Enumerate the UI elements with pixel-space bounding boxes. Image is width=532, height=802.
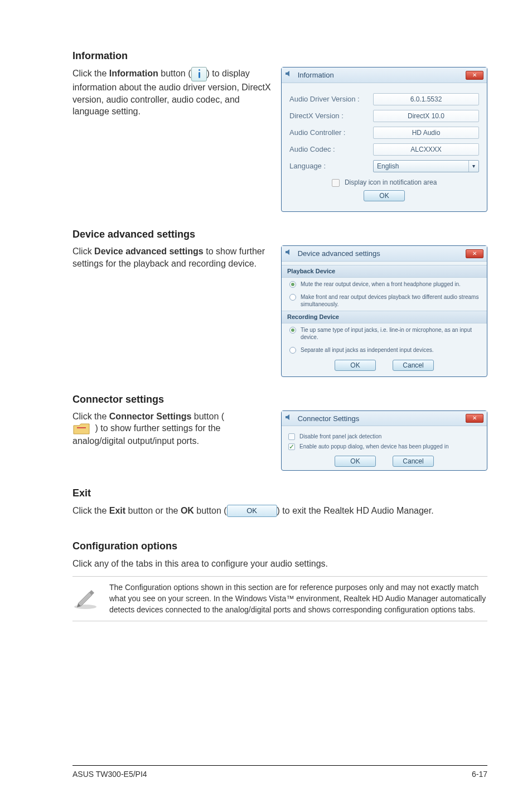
playback-option-1[interactable]: Mute the rear output device, when a fron…: [282, 278, 487, 291]
page-footer: ASUS TW300-E5/PI4 6-17: [72, 765, 487, 780]
ok-button-inline[interactable]: OK: [227, 505, 277, 517]
information-dialog: Information ✕ Audio Driver Version : 6.0…: [281, 67, 487, 212]
label-driver-version: Audio Driver Version :: [289, 94, 373, 104]
heading-connector-settings: Connector settings: [72, 393, 487, 406]
adv-paragraph: Click Device advanced settings to show f…: [72, 245, 271, 269]
txt: ) to exit the Realtek HD Audio Manager.: [277, 506, 434, 515]
svg-marker-2: [286, 71, 289, 76]
ok-button[interactable]: OK: [364, 190, 405, 201]
recording-option-2[interactable]: Separate all input jacks as independent …: [282, 344, 487, 356]
pencil-icon: [72, 582, 98, 613]
dialog-titlebar: Connector Settings ✕: [282, 411, 487, 427]
heading-configuration-options: Configuration options: [72, 539, 487, 553]
language-select[interactable]: English ▾: [373, 160, 479, 172]
cfg-paragraph: Click any of the tabs in this area to co…: [72, 558, 487, 570]
value-driver-version: 6.0.1.5532: [373, 93, 479, 105]
svg-rect-0: [199, 69, 200, 71]
txt: button (: [194, 506, 227, 515]
option-label: Enable auto popup dialog, when device ha…: [299, 443, 448, 451]
device-advanced-dialog: Device advanced settings ✕ Playback Devi…: [281, 245, 487, 376]
connector-settings-dialog: Connector Settings ✕ Disable front panel…: [281, 410, 487, 471]
speaker-icon: [285, 413, 293, 421]
speaker-icon: [285, 248, 293, 256]
footer-right: 6-17: [472, 769, 487, 780]
svg-marker-3: [286, 249, 289, 255]
footer-left: ASUS TW300-E5/PI4: [72, 769, 147, 780]
speaker-icon: [285, 70, 293, 78]
option-label: Mute the rear output device, when a fron…: [301, 281, 461, 288]
note-text: The Configuration options shown in this …: [109, 582, 487, 615]
dialog-title-text: Connector Settings: [298, 414, 360, 423]
connector-option-2[interactable]: Enable auto popup dialog, when device ha…: [288, 443, 480, 451]
option-label: Disable front panel jack detection: [299, 433, 381, 441]
checkbox-icon: [288, 433, 295, 440]
txt: ) to show further settings for the analo…: [72, 423, 220, 446]
dialog-title-text: Device advanced settings: [298, 249, 380, 258]
playback-device-header: Playback Device: [282, 265, 487, 278]
option-label: Tie up same type of input jacks, i.e. li…: [301, 326, 479, 341]
value-audio-controller: HD Audio: [373, 127, 479, 139]
playback-option-2[interactable]: Make front and rear output devices playb…: [282, 291, 487, 311]
txt: button or the: [125, 506, 181, 515]
txt: button (: [191, 412, 224, 421]
info-icon: [191, 67, 207, 81]
option-label: Separate all input jacks as independent …: [301, 346, 434, 354]
ok-button[interactable]: OK: [335, 456, 376, 467]
checkbox-display-icon[interactable]: [332, 179, 340, 187]
recording-option-1[interactable]: Tie up same type of input jacks, i.e. li…: [282, 323, 487, 344]
heading-exit: Exit: [72, 486, 487, 500]
option-label: Make front and rear output devices playb…: [301, 293, 479, 308]
label-language: Language :: [289, 161, 373, 171]
exit-paragraph: Click the Exit button or the OK button (…: [72, 505, 487, 518]
close-icon[interactable]: ✕: [466, 414, 483, 423]
dialog-title-text: Information: [298, 71, 334, 79]
txt-bold: Exit: [109, 506, 125, 515]
folder-icon: [72, 423, 93, 435]
conn-paragraph: Click the Connector Settings button ( ) …: [72, 410, 271, 447]
txt: button (: [158, 69, 191, 79]
note-block: The Configuration options shown in this …: [72, 576, 487, 621]
dialog-titlebar: Device advanced settings ✕: [282, 246, 487, 262]
radio-icon: [289, 327, 296, 334]
radio-icon: [289, 294, 296, 301]
chevron-down-icon: ▾: [468, 161, 478, 172]
label-directx-version: DirectX Version :: [289, 111, 373, 121]
dialog-titlebar: Information ✕: [282, 67, 487, 83]
txt-bold: Information: [109, 69, 158, 79]
txt-bold: Device advanced settings: [94, 247, 204, 256]
txt: Click: [72, 247, 94, 256]
txt-bold: OK: [181, 506, 194, 515]
close-icon[interactable]: ✕: [466, 249, 483, 258]
value-directx-version: DirectX 10.0: [373, 110, 479, 122]
heading-device-advanced: Device advanced settings: [72, 228, 487, 241]
cancel-button[interactable]: Cancel: [393, 456, 434, 467]
heading-information: Information: [72, 49, 487, 62]
svg-marker-4: [286, 414, 289, 420]
txt: Click the: [72, 506, 109, 515]
txt: Click the: [72, 412, 109, 421]
close-icon[interactable]: ✕: [466, 71, 483, 80]
txt: Click the: [72, 69, 109, 79]
value-audio-codec: ALCXXXX: [373, 143, 479, 156]
radio-icon: [289, 347, 296, 354]
recording-device-header: Recording Device: [282, 311, 487, 323]
checkbox-icon: [288, 443, 295, 450]
svg-rect-1: [199, 72, 200, 78]
radio-icon: [289, 281, 296, 288]
checkbox-label: Display icon in notification area: [345, 178, 437, 186]
info-paragraph: Click the Information button () to displ…: [72, 67, 271, 118]
connector-option-1[interactable]: Disable front panel jack detection: [288, 433, 480, 441]
cancel-button[interactable]: Cancel: [393, 360, 434, 371]
label-audio-codec: Audio Codec :: [289, 144, 373, 154]
txt-bold: Connector Settings: [109, 412, 192, 421]
ok-button[interactable]: OK: [335, 360, 376, 371]
language-selected: English: [374, 161, 468, 172]
label-audio-controller: Audio Controller :: [289, 128, 373, 138]
